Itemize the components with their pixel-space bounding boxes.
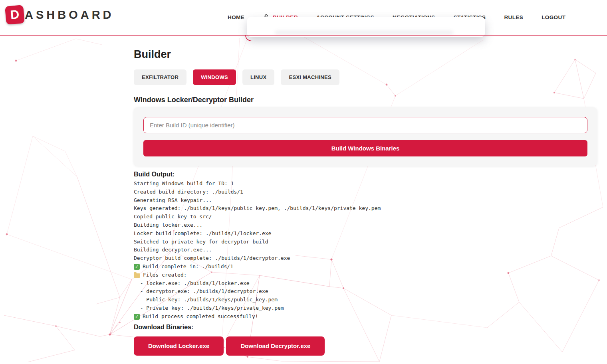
- log-line: Copied public key to src/: [134, 213, 597, 221]
- tab-windows[interactable]: WINDOWS: [193, 69, 236, 85]
- log-line: Starting Windows build for ID: 1: [134, 180, 597, 188]
- log-line: Keys generated: ./builds/1/keys/public_k…: [134, 204, 597, 213]
- log-line: Decryptor build complete: ./builds/1/dec…: [134, 254, 597, 263]
- builder-page: Builder EXFILTRATOR WINDOWS LINUX ESXI M…: [134, 36, 597, 356]
- download-locker-button[interactable]: Download Locker.exe: [134, 336, 224, 356]
- nav-logout[interactable]: LOGOUT: [542, 14, 565, 20]
- section-title: Windows Locker/Decryptor Builder: [134, 96, 597, 104]
- build-id-input[interactable]: [143, 117, 587, 133]
- tab-linux[interactable]: LINUX: [242, 69, 275, 85]
- log-line: Building decryptor.exe...: [134, 246, 597, 254]
- builder-tabs: EXFILTRATOR WINDOWS LINUX ESXI MACHINES: [134, 69, 597, 85]
- check-icon: [134, 314, 140, 320]
- log-line: Locker build complete: ./builds/1/locker…: [134, 229, 597, 238]
- build-windows-binaries-button[interactable]: Build Windows Binaries: [143, 140, 587, 156]
- build-output-log: Starting Windows build for ID: 1 Created…: [134, 180, 597, 321]
- tab-exfiltrator[interactable]: EXFILTRATOR: [134, 69, 186, 85]
- log-line: - locker.exe: ./builds/1/locker.exe: [134, 279, 597, 288]
- download-decryptor-button[interactable]: Download Decryptor.exe: [226, 336, 325, 356]
- brand-logo[interactable]: D ASHBOARD: [6, 6, 114, 24]
- build-output-heading: Build Output:: [134, 171, 597, 178]
- download-binaries-heading: Download Binaries:: [134, 324, 597, 331]
- nav-rules[interactable]: RULES: [504, 14, 523, 20]
- log-line: Files created:: [134, 271, 597, 279]
- page-title: Builder: [134, 36, 597, 61]
- builder-dropdown-panel: [247, 17, 485, 37]
- folder-icon: [134, 273, 140, 278]
- build-form-card: Build Windows Binaries: [134, 107, 597, 166]
- panel-shadow-smudge: [275, 31, 453, 34]
- log-line: Generating RSA keypair...: [134, 196, 597, 205]
- log-line: - Public key: ./builds/1/keys/public_key…: [134, 296, 597, 304]
- log-line: Switched to private key for decryptor bu…: [134, 238, 597, 246]
- log-line: - Private key: ./builds/1/keys/private_k…: [134, 304, 597, 313]
- download-buttons-row: Download Locker.exe Download Decryptor.e…: [134, 336, 597, 356]
- log-line: Build complete in: ./builds/1: [134, 263, 597, 271]
- logo-text: ASHBOARD: [25, 8, 114, 22]
- check-icon: [134, 264, 140, 270]
- log-line: Created build directory: ./builds/1: [134, 188, 597, 196]
- log-line: Building locker.exe...: [134, 221, 597, 229]
- nav-home[interactable]: HOME: [228, 14, 244, 20]
- tab-esxi-machines[interactable]: ESXI MACHINES: [281, 69, 339, 85]
- log-line: - decryptor.exe: ./builds/1/decryptor.ex…: [134, 287, 597, 296]
- header-divider: [0, 35, 607, 36]
- log-line: Build process completed successfully!: [134, 313, 597, 321]
- logo-d-badge: D: [5, 5, 25, 25]
- red-curl-decoration: [245, 35, 252, 42]
- logo-letter: D: [10, 7, 20, 22]
